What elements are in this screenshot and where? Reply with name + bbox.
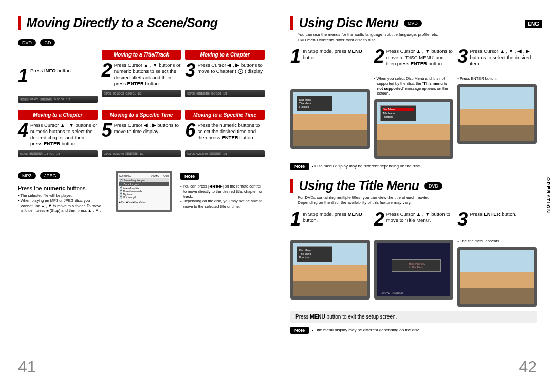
note-text: • Disc menu display may be different dep… — [312, 163, 421, 169]
heading-row-2: Using the Title Menu DVD — [290, 178, 537, 193]
bullet: The selected file will be played. — [21, 193, 102, 198]
badge-row: DVD CD — [18, 38, 265, 47]
mp3-text: Press the numeric buttons. — [18, 185, 102, 191]
heading-row: Moving Directly to a Scene/Song — [18, 15, 265, 30]
step-num: 2 — [102, 62, 112, 79]
step-num: 1 — [290, 211, 301, 228]
step-header: Moving to a Specific Time — [185, 110, 265, 120]
bullet: When playing an MP3 or JPEG disc, you ca… — [21, 198, 102, 213]
disc-steps: 1 In Stop mode, press MENU button. Disc … — [290, 47, 537, 159]
bullet: You can press |◀◀ ▶▶| on the remote cont… — [183, 184, 265, 199]
step-num: 2 — [374, 211, 384, 228]
step-num: 3 — [457, 48, 468, 65]
section-title: Using Disc Menu — [299, 15, 398, 30]
disc-footnote: Note • Disc menu display may be differen… — [290, 163, 537, 170]
step-4: Moving to a Chapter 4 Press Cursor ▲ , ▼… — [18, 110, 98, 157]
section-sub: You can use the menus for the audio lang… — [298, 32, 537, 42]
note-label: Note — [290, 327, 309, 334]
page-41: Moving Directly to a Scene/Song DVD CD 1… — [0, 0, 278, 392]
section-sub: For DVDs containing multiple titles, you… — [298, 195, 537, 205]
step-header: Moving to a Chapter — [185, 50, 265, 60]
osd-bar: 03/05001/0400:00:011/1 — [185, 90, 265, 97]
note-label: Note — [180, 173, 199, 180]
section-title: Using the Title Menu — [299, 178, 419, 193]
step-text: In Stop mode, press MENU button. — [303, 47, 370, 61]
osd-bar: DVD01/05001/0400:00:371/1 — [18, 96, 98, 103]
tv-thumb — [457, 247, 537, 307]
note-text: • Title menu display may be different de… — [312, 327, 420, 332]
page-42: ENG OPERATION Using Disc Menu DVD You ca… — [278, 0, 555, 392]
step-num: 1 — [290, 48, 301, 65]
badge-jpeg: JPEG — [40, 172, 61, 179]
step-3: Moving to a Chapter 3 Press Cursor ◀ , ▶… — [185, 50, 265, 103]
page-number: 42 — [519, 358, 537, 377]
step-num: 5 — [102, 122, 112, 139]
note-label: Note — [290, 163, 309, 170]
accent-bar — [290, 179, 293, 193]
step-text: In Stop mode, press MENU button. — [303, 210, 370, 223]
tv-thumb — [457, 84, 537, 144]
osd-bar: 03/05025/0401:17:301/1 — [102, 150, 181, 157]
step-num: 6 — [185, 122, 195, 139]
heading-row: Using Disc Menu DVD — [290, 15, 537, 30]
badge-cd: CD — [40, 39, 55, 46]
note-bullets: You can press |◀◀ ▶▶| on the remote cont… — [180, 184, 265, 209]
badge-dvd: DVD — [404, 20, 422, 27]
step-2: Moving to a Title/Track 2 Press Cursor ▲… — [102, 50, 181, 103]
step-note: The title menu appears. — [457, 239, 537, 244]
step-text: Press Cursor ▲ , ▼ , ◀ , ▶ buttons to se… — [470, 47, 537, 67]
step-header: Moving to a Specific Time — [102, 110, 181, 120]
step-text: Press Cursor ▲ , ▼ buttons or numeric bu… — [30, 121, 98, 147]
step-text: Press Cursor ◀ , ▶ buttons to move to ti… — [114, 121, 181, 135]
exit-bar: Press MENU button to exit the setup scre… — [290, 311, 537, 323]
step-5: Moving to a Specific Time 5 Press Cursor… — [102, 110, 181, 157]
disc-step-1: 1 In Stop mode, press MENU button. Disc … — [290, 47, 370, 159]
title-step-3: 3 Press ENTER button. The title menu app… — [457, 210, 537, 307]
step-text: Press Cursor ▲ , ▼ buttons to move to 'D… — [386, 47, 454, 67]
step-6: Moving to a Specific Time 6 Press the nu… — [185, 110, 265, 157]
mp3-bullets: The selected file will be played. When p… — [18, 193, 102, 213]
step-text: Press the numeric buttons to select the … — [197, 121, 265, 141]
disc-step-2: 2 Press Cursor ▲ , ▼ buttons to move to … — [374, 47, 454, 159]
step-num: 4 — [18, 122, 28, 139]
page-title: Moving Directly to a Scene/Song — [26, 15, 217, 30]
step-header: Moving to a Chapter — [18, 110, 98, 120]
bullet: Depending on the disc, you may not be ab… — [183, 199, 265, 209]
file-browser-thumb: SORTING⟳ SMART NAVI 🎵 Something like you… — [116, 171, 172, 212]
step-note: Press ENTER button. — [457, 76, 537, 81]
step-num: 3 — [185, 62, 195, 79]
tv-thumb: Disc MenuTitle MenuFunction — [374, 99, 454, 159]
tv-thumb: Press 'Play' keyto Title Menu ⬦ MOVE ⏎ E… — [374, 240, 454, 300]
step-text: Press ENTER button. — [470, 210, 516, 217]
step-num: 2 — [374, 48, 384, 65]
badge-dvd: DVD — [424, 182, 442, 190]
osd-bar: 03/05001/0020:00:011/1 — [102, 90, 181, 97]
tv-thumb: Disc MenuTitle MenuFunction — [290, 240, 370, 300]
steps-row-2: Moving to a Chapter 4 Press Cursor ▲ , ▼… — [18, 110, 265, 157]
step-text: Press INFO button. — [30, 67, 72, 74]
side-tab: OPERATION — [546, 177, 551, 214]
step-text: Press Cursor ◀ , ▶ buttons to move to Ch… — [197, 61, 265, 74]
step-header: Moving to a Title/Track — [102, 50, 181, 60]
badge-dvd: DVD — [18, 39, 36, 46]
page-number: 41 — [18, 358, 36, 377]
disc-step-3: 3 Press Cursor ▲ , ▼ , ◀ , ▶ buttons to … — [457, 47, 537, 159]
step-text: Press Cursor ▲ , ▼ buttons or numeric bu… — [114, 61, 181, 87]
accent-bar — [290, 16, 293, 30]
title-steps: 1 In Stop mode, press MENU button. Disc … — [290, 210, 537, 307]
accent-bar — [18, 16, 21, 30]
step-num: 1 — [18, 68, 28, 84]
step-text: Press Cursor ▲ , ▼ button to move to 'Ti… — [386, 210, 454, 223]
step-num: 3 — [457, 211, 468, 228]
title-footnote: Note • Title menu display may be differe… — [290, 327, 537, 334]
steps-row-1: 1 Press INFO button. DVD01/05001/0400:00… — [18, 50, 265, 103]
osd-bar: 03/05025/0401:30:001/1 — [185, 150, 265, 157]
osd-bar: 03/05025/0401:17:301/1 — [18, 150, 98, 157]
title-step-2: 2 Press Cursor ▲ , ▼ button to move to '… — [374, 210, 454, 307]
badge-row-mp3: MP3 JPEG — [18, 171, 102, 180]
mp3-section: MP3 JPEG Press the numeric buttons. The … — [18, 171, 265, 215]
badge-mp3: MP3 — [18, 172, 36, 179]
title-step-1: 1 In Stop mode, press MENU button. Disc … — [290, 210, 370, 307]
language-badge: ENG — [525, 20, 542, 28]
step-1: 1 Press INFO button. DVD01/05001/0400:00… — [18, 50, 98, 103]
